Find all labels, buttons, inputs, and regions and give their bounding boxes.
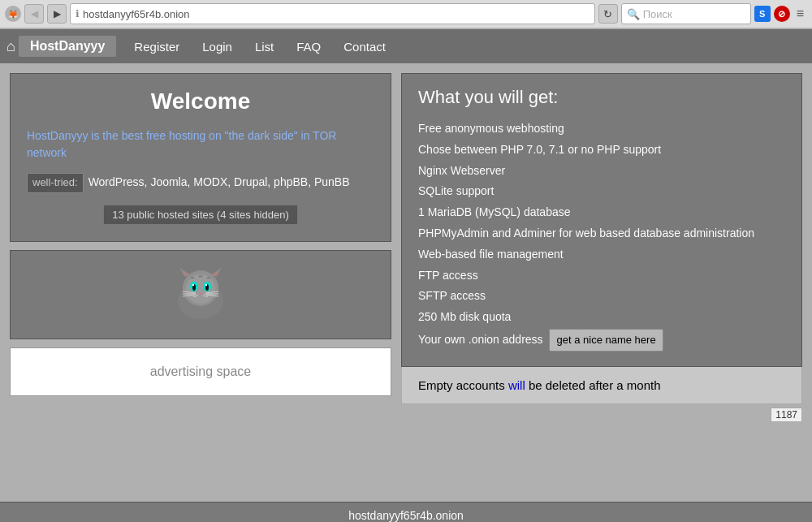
content-wrapper: Welcome HostDanyyy is the best free host… bbox=[10, 73, 802, 425]
empty-accounts-text-before: Empty accounts bbox=[418, 378, 508, 392]
home-icon[interactable]: ⌂ bbox=[6, 38, 15, 55]
search-placeholder: Поиск bbox=[643, 8, 672, 20]
well-tried-apps: WordPress, Joomla, MODX, Drupal, phpBB, … bbox=[89, 173, 350, 191]
right-column: What you will get: Free anonymous webhos… bbox=[401, 73, 802, 425]
extension-r-icon[interactable]: ⊘ bbox=[774, 6, 790, 22]
empty-accounts-text-after: be deleted after a month bbox=[525, 378, 661, 392]
feature-item-9: 250 Mb disk quota bbox=[418, 308, 785, 327]
browser-chrome: 🦊 ◀ ▶ ℹ hostdanyyf65r4b.onion ↻ 🔍 Поиск … bbox=[0, 0, 812, 29]
feature-item-1: Chose between PHP 7.0, 7.1 or no PHP sup… bbox=[418, 140, 785, 160]
well-tried-badge: well-tried: bbox=[27, 173, 84, 193]
well-tried-section: well-tried: WordPress, Joomla, MODX, Dru… bbox=[27, 173, 374, 193]
address-bar[interactable]: ℹ hostdanyyf65r4b.onion bbox=[70, 3, 595, 24]
cat-image-box bbox=[10, 250, 391, 339]
feature-list: Free anonymous webhosting Chose between … bbox=[418, 119, 785, 352]
extension-s-icon[interactable]: S bbox=[754, 6, 771, 22]
browser-toolbar: 🦊 ◀ ▶ ℹ hostdanyyf65r4b.onion ↻ 🔍 Поиск … bbox=[0, 0, 812, 28]
nav-login[interactable]: Login bbox=[191, 37, 244, 57]
counter-badge: 1187 bbox=[771, 408, 802, 422]
cheshire-cat-image bbox=[168, 262, 233, 327]
browser-menu-icon[interactable]: 🦊 bbox=[5, 6, 21, 22]
site-navigation: ⌂ HostDanyyy Register Login List FAQ Con… bbox=[0, 29, 812, 63]
left-column: Welcome HostDanyyy is the best free host… bbox=[10, 73, 391, 425]
feature-item-8: SFTP access bbox=[418, 287, 785, 306]
welcome-intro: HostDanyyy is the best free hosting on "… bbox=[27, 127, 374, 162]
nav-faq[interactable]: FAQ bbox=[285, 37, 332, 57]
feature-item-10: Your own .onion address get a nice name … bbox=[418, 329, 785, 352]
search-bar[interactable]: 🔍 Поиск bbox=[621, 3, 751, 24]
feature-item-2: Nginx Webserver bbox=[418, 162, 785, 181]
feature-item-5: PHPMyAdmin and Adminer for web based dat… bbox=[418, 224, 785, 244]
url-text: hostdanyyf65r4b.onion bbox=[83, 8, 190, 20]
feature-item-6: Web-based file management bbox=[418, 245, 785, 265]
welcome-box: Welcome HostDanyyy is the best free host… bbox=[10, 73, 391, 242]
svg-point-6 bbox=[186, 274, 215, 304]
nav-register[interactable]: Register bbox=[123, 37, 191, 57]
site-brand[interactable]: HostDanyyy bbox=[19, 36, 116, 57]
feature-item-0: Free anonymous webhosting bbox=[418, 119, 785, 139]
ad-text: advertising space bbox=[150, 365, 252, 379]
hosted-sites-badge: 13 public hosted sites (4 sites hidden) bbox=[103, 205, 298, 225]
svg-point-11 bbox=[192, 284, 194, 286]
nav-contact[interactable]: Contact bbox=[332, 37, 397, 57]
features-title: What you will get: bbox=[418, 87, 785, 108]
advertising-space-box: advertising space bbox=[10, 347, 391, 396]
hamburger-menu[interactable]: ≡ bbox=[793, 6, 807, 21]
back-button[interactable]: ◀ bbox=[24, 4, 44, 24]
page-area: Welcome HostDanyyy is the best free host… bbox=[0, 63, 812, 502]
svg-marker-5 bbox=[211, 270, 220, 276]
empty-accounts-highlight: will bbox=[508, 378, 525, 392]
forward-button[interactable]: ▶ bbox=[47, 4, 67, 24]
footer-text: hostdanyyf65r4b.onion bbox=[348, 509, 464, 522]
search-icon: 🔍 bbox=[627, 8, 640, 20]
feature-item-7: FTP access bbox=[418, 266, 785, 286]
svg-marker-4 bbox=[181, 270, 190, 276]
reload-button[interactable]: ↻ bbox=[598, 4, 618, 24]
welcome-title: Welcome bbox=[27, 88, 374, 114]
svg-point-12 bbox=[205, 284, 207, 286]
info-icon: ℹ bbox=[76, 8, 80, 19]
counter-row: 1187 bbox=[401, 404, 802, 425]
page-footer: hostdanyyf65r4b.onion bbox=[0, 502, 812, 522]
nice-name-button[interactable]: get a nice name here bbox=[549, 329, 663, 352]
nav-list[interactable]: List bbox=[244, 37, 285, 57]
features-box: What you will get: Free anonymous webhos… bbox=[401, 73, 802, 367]
feature-item-4: 1 MariaDB (MySQL) database bbox=[418, 203, 785, 222]
empty-accounts-box: Empty accounts will be deleted after a m… bbox=[401, 367, 802, 404]
feature-item-3: SQLite support bbox=[418, 182, 785, 201]
